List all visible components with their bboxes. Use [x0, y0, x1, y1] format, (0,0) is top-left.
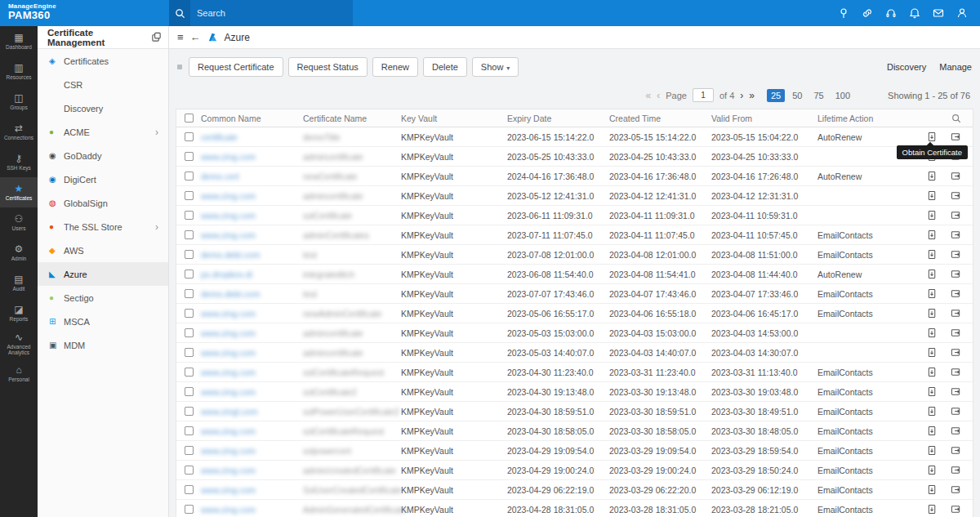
export-certificate-icon[interactable]	[951, 386, 961, 397]
common-name-link[interactable]: www.zing.com	[201, 387, 256, 397]
common-name-link[interactable]: www.zing.com	[201, 485, 256, 495]
obtain-certificate-icon[interactable]	[927, 269, 938, 279]
rail-item-users[interactable]: ⚇ Users	[0, 207, 38, 238]
obtain-certificate-icon[interactable]	[927, 367, 938, 377]
select-all-checkbox[interactable]	[184, 114, 193, 123]
row-checkbox[interactable]	[184, 211, 193, 220]
obtain-certificate-icon[interactable]	[927, 504, 938, 515]
rail-item-certificates[interactable]: ★ Certificates	[0, 177, 38, 207]
sidebar-item-msca[interactable]: ⊞ MSCA	[38, 310, 168, 333]
sidebar-item-digicert[interactable]: ◉ DigiCert	[38, 167, 168, 191]
export-certificate-icon[interactable]	[951, 288, 961, 299]
obtain-certificate-icon[interactable]	[927, 426, 938, 436]
export-certificate-icon[interactable]	[951, 347, 961, 358]
discovery-link[interactable]: Discovery	[887, 62, 926, 72]
rail-item-connections[interactable]: ⇄ Connections	[0, 117, 38, 147]
common-name-link[interactable]: ps.dropbox.di	[201, 270, 252, 279]
export-certificate-icon[interactable]	[951, 328, 961, 338]
headset-icon[interactable]	[884, 7, 898, 20]
export-certificate-icon[interactable]	[951, 367, 961, 377]
obtain-certificate-icon[interactable]	[927, 406, 938, 417]
common-name-link[interactable]: demo.debt.com	[201, 250, 260, 260]
table-search-icon[interactable]	[951, 114, 961, 123]
row-checkbox[interactable]	[184, 407, 193, 416]
common-name-link[interactable]: www.zing.com	[201, 368, 256, 377]
common-name-link[interactable]: www.zing.com	[201, 152, 256, 162]
sidebar-item-globalsign[interactable]: ◍ GlobalSign	[38, 191, 168, 215]
request-status-button[interactable]: Request Status	[288, 57, 368, 77]
page-size-option[interactable]: 100	[831, 89, 854, 102]
export-certificate-icon[interactable]	[951, 249, 961, 260]
common-name-link[interactable]: www.zing.com	[201, 191, 256, 201]
export-certificate-icon[interactable]	[951, 426, 961, 436]
rail-item-admin[interactable]: ⚙ Admin	[0, 238, 38, 268]
row-checkbox[interactable]	[184, 368, 193, 377]
row-checkbox[interactable]	[184, 466, 193, 475]
grip-icon[interactable]	[177, 65, 182, 69]
export-certificate-icon[interactable]	[951, 210, 961, 221]
export-certificate-icon[interactable]	[951, 465, 961, 475]
row-checkbox[interactable]	[184, 328, 193, 337]
export-certificate-icon[interactable]	[951, 308, 961, 319]
rail-item-ssh-keys[interactable]: ⚷ SSH Keys	[0, 147, 38, 177]
sidebar-item-certificates[interactable]: ◈ Certificates	[38, 49, 168, 73]
sidebar-item-godaddy[interactable]: ◉ GoDaddy	[38, 144, 168, 167]
export-certificate-icon[interactable]	[951, 484, 961, 495]
delete-button[interactable]: Delete	[423, 57, 467, 77]
row-checkbox[interactable]	[184, 191, 193, 200]
row-checkbox[interactable]	[184, 250, 193, 259]
row-checkbox[interactable]	[184, 172, 193, 181]
bell-icon[interactable]	[908, 7, 921, 20]
last-page-icon[interactable]: »	[749, 90, 755, 101]
export-certificate-icon[interactable]	[951, 445, 961, 456]
row-checkbox[interactable]	[184, 446, 193, 455]
rail-item-audit[interactable]: ▤ Audit	[0, 268, 38, 298]
common-name-link[interactable]: www.zing.com	[201, 348, 256, 358]
rail-item-advanced-analytics[interactable]: ∿ Advanced Analytics	[0, 328, 38, 359]
sidebar-item-csr[interactable]: CSR	[38, 73, 168, 96]
sidebar-item-mdm[interactable]: ▣ MDM	[38, 333, 168, 357]
obtain-certificate-icon[interactable]	[927, 308, 938, 319]
common-name-link[interactable]: www.zing.com	[201, 426, 256, 436]
row-checkbox[interactable]	[184, 152, 193, 161]
obtain-certificate-icon[interactable]	[927, 445, 938, 456]
popout-icon[interactable]	[151, 32, 162, 42]
sidebar-item-aws[interactable]: ◆ AWS	[38, 238, 168, 262]
row-checkbox[interactable]	[184, 309, 193, 318]
request-certificate-button[interactable]: Request Certificate	[189, 57, 283, 77]
obtain-certificate-icon[interactable]	[927, 230, 938, 240]
common-name-link[interactable]: www.zingl.com	[201, 407, 257, 417]
first-page-icon[interactable]: «	[646, 90, 652, 101]
row-checkbox[interactable]	[184, 289, 193, 298]
pin-icon[interactable]	[837, 7, 850, 20]
rail-item-dashboard[interactable]: ▦ Dashboard	[0, 26, 38, 56]
export-certificate-icon[interactable]	[951, 406, 961, 417]
row-checkbox[interactable]	[184, 426, 193, 435]
manage-link[interactable]: Manage	[939, 62, 972, 72]
common-name-link[interactable]: www.zing.com	[201, 466, 256, 475]
sidebar-item-acme[interactable]: ● ACME ›	[38, 120, 168, 144]
row-checkbox[interactable]	[184, 270, 193, 279]
export-certificate-icon[interactable]	[951, 230, 961, 240]
page-size-option[interactable]: 25	[767, 89, 785, 102]
common-name-link[interactable]: www.zing.com	[201, 211, 256, 221]
row-checkbox[interactable]	[184, 485, 193, 494]
search-input[interactable]	[190, 0, 353, 26]
prev-page-icon[interactable]: ‹	[657, 90, 660, 101]
row-checkbox[interactable]	[184, 230, 193, 239]
renew-button[interactable]: Renew	[372, 57, 418, 77]
page-size-option[interactable]: 50	[788, 89, 806, 102]
sidebar-item-azure[interactable]: ◣ Azure	[38, 262, 168, 286]
page-size-option[interactable]: 75	[809, 89, 827, 102]
obtain-certificate-icon[interactable]	[927, 249, 938, 260]
row-checkbox[interactable]	[184, 387, 193, 396]
rail-item-personal[interactable]: ⌂ Personal	[0, 359, 38, 389]
obtain-certificate-icon[interactable]	[927, 131, 938, 142]
export-certificate-icon[interactable]	[951, 504, 961, 515]
obtain-certificate-icon[interactable]	[927, 386, 938, 397]
common-name-link[interactable]: www.zing.com	[201, 328, 256, 338]
export-certificate-icon[interactable]	[951, 269, 961, 279]
rail-item-groups[interactable]: ◫ Groups	[0, 87, 38, 117]
obtain-certificate-icon[interactable]	[927, 171, 938, 181]
rail-item-resources[interactable]: ▥ Resources	[0, 56, 38, 87]
